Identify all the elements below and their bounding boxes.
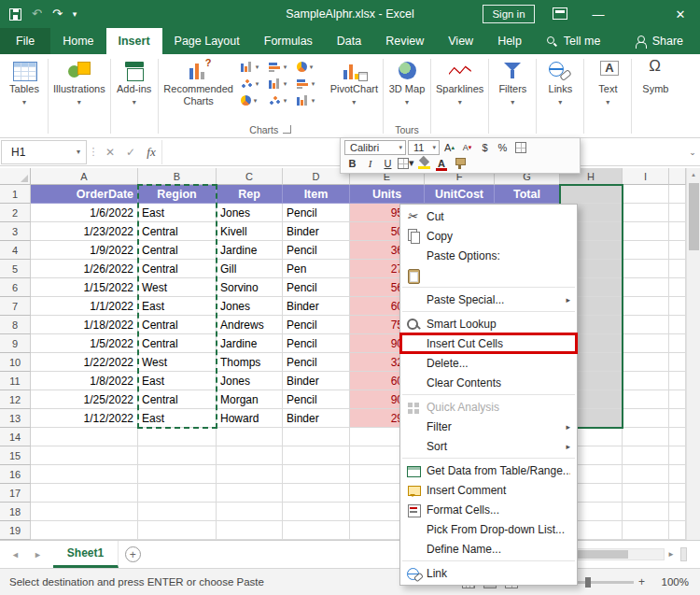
ribbon-button-tables[interactable]: Tables▾ (2, 55, 47, 108)
ribbon-button-links[interactable]: Links▾ (538, 55, 582, 108)
chart-type-button[interactable]: ▾ (269, 60, 294, 74)
cell-B6[interactable]: West (138, 278, 217, 297)
bold-button[interactable]: B (344, 156, 360, 171)
cell-A5[interactable]: 1/26/2022 (31, 260, 138, 278)
cell-I14[interactable] (623, 428, 669, 446)
horizontal-scrollbar-track[interactable] (571, 548, 665, 560)
cell-X12[interactable] (669, 390, 686, 409)
sheet-tab-sheet1[interactable]: Sheet1 (53, 541, 119, 568)
ribbon-button-text[interactable]: Text▾ (585, 55, 630, 108)
cell-B7[interactable]: East (138, 297, 217, 316)
cell-C1[interactable]: Rep (217, 185, 283, 204)
cell-D8[interactable]: Pencil (283, 316, 350, 334)
cell-D16[interactable] (283, 465, 350, 484)
next-sheet-icon[interactable]: ► (34, 550, 42, 560)
cell-D5[interactable]: Pen (283, 260, 350, 278)
row-header-14[interactable]: 14 (0, 428, 31, 446)
cell-I5[interactable] (623, 260, 669, 278)
ribbon-button-recommended-charts[interactable]: Recommended Charts (160, 55, 238, 107)
cell-D15[interactable] (283, 446, 350, 465)
cell-X17[interactable] (669, 484, 686, 503)
cell-D13[interactable]: Binder (283, 409, 350, 428)
cell-C11[interactable]: Jones (217, 372, 283, 390)
ribbon-display-options-icon[interactable] (553, 7, 567, 20)
menu-item-filter[interactable]: Filter▸ (400, 417, 577, 436)
cell-I8[interactable] (623, 316, 669, 334)
cell-B4[interactable]: Central (138, 241, 217, 260)
horizontal-scrollbar-thumb[interactable] (574, 550, 628, 559)
dialog-launcher-icon[interactable] (283, 125, 291, 134)
row-header-1[interactable]: 1 (0, 185, 31, 204)
menu-item-get-data-from-table-range[interactable]: Get Data from Table/Range... (400, 460, 577, 480)
close-button[interactable]: ✕ (661, 0, 700, 28)
row-header-12[interactable]: 12 (0, 390, 31, 409)
vertical-scrollbar-thumb[interactable] (689, 183, 699, 250)
cell-I9[interactable] (623, 334, 669, 353)
cell-D18[interactable] (283, 503, 350, 521)
new-sheet-button[interactable]: + (119, 541, 147, 568)
cell-D7[interactable]: Binder (283, 297, 350, 316)
row-header-18[interactable]: 18 (0, 503, 31, 521)
cell-A7[interactable]: 1/1/2022 (31, 297, 138, 316)
menu-item-define-name[interactable]: Define Name... (400, 539, 577, 559)
row-header-8[interactable]: 8 (0, 316, 31, 334)
cell-A16[interactable] (31, 465, 138, 484)
chart-type-button[interactable]: ▾ (241, 93, 266, 107)
cell-B10[interactable]: West (138, 353, 217, 372)
cell-F1[interactable]: UnitCost (425, 185, 495, 204)
menu-item-quick-analysis[interactable]: Quick Analysis (400, 397, 577, 417)
cell-A9[interactable]: 1/5/2022 (31, 334, 138, 353)
ribbon-button-add-ins[interactable]: Add-ins▾ (112, 55, 157, 108)
menu-item-insert-comment[interactable]: Insert Comment (400, 480, 577, 500)
cell-D2[interactable]: Pencil (283, 204, 350, 222)
cell-G1[interactable]: Total (495, 185, 560, 204)
tab-file[interactable]: File (0, 28, 50, 54)
cell-I4[interactable] (623, 241, 669, 260)
tab-splitter-handle[interactable] (680, 547, 687, 561)
cell-A14[interactable] (31, 428, 138, 446)
cell-D12[interactable]: Pencil (283, 390, 350, 409)
row-header-13[interactable]: 13 (0, 409, 31, 428)
cell-D9[interactable]: Pencil (283, 334, 350, 353)
tab-insert[interactable]: Insert (106, 28, 162, 54)
menu-item-pick-from-drop-down-list[interactable]: Pick From Drop-down List... (400, 519, 577, 539)
cell-C7[interactable]: Jones (217, 297, 283, 316)
chart-type-button[interactable]: ▾ (297, 93, 322, 107)
row-header-15[interactable]: 15 (0, 446, 31, 465)
cell-A17[interactable] (31, 484, 138, 503)
underline-button[interactable]: U (380, 156, 396, 171)
cell-C15[interactable] (217, 446, 283, 465)
expand-formula-bar-icon[interactable]: ⌄ (685, 148, 700, 157)
cell-X19[interactable] (669, 521, 686, 540)
cell-C5[interactable]: Gill (217, 260, 283, 278)
cell-D1[interactable]: Item (283, 185, 350, 204)
cell-I15[interactable] (623, 446, 669, 465)
chart-type-button[interactable]: ▾ (297, 60, 322, 74)
ribbon-button-symb[interactable]: Symb (633, 55, 678, 95)
menu-item-format-cells[interactable]: Format Cells... (400, 500, 577, 519)
menu-item-insert-cut-cells[interactable]: Insert Cut Cells (400, 333, 577, 353)
column-header-A[interactable]: A (31, 168, 138, 185)
cell-B8[interactable]: Central (138, 316, 217, 334)
menu-item-delete[interactable]: Delete... (400, 353, 577, 373)
cell-I12[interactable] (623, 390, 669, 409)
cell-D14[interactable] (283, 428, 350, 446)
name-box-arrow-icon[interactable]: ▾ (77, 148, 86, 156)
cell-X1[interactable] (669, 185, 686, 204)
row-header-16[interactable]: 16 (0, 465, 31, 484)
cell-I7[interactable] (623, 297, 669, 316)
cell-C4[interactable]: Jardine (217, 241, 283, 260)
cell-C8[interactable]: Andrews (217, 316, 283, 334)
row-header-11[interactable]: 11 (0, 372, 31, 390)
font-color-button[interactable]: A (434, 156, 450, 171)
cell-X13[interactable] (669, 409, 686, 428)
cell-A3[interactable]: 1/23/2022 (31, 222, 138, 241)
scroll-right-icon[interactable]: ► (665, 550, 678, 559)
cell-X6[interactable] (669, 278, 686, 297)
cell-C12[interactable]: Morgan (217, 390, 283, 409)
menu-item-paste-special[interactable]: Paste Special...▸ (400, 290, 577, 309)
row-header-17[interactable]: 17 (0, 484, 31, 503)
cell-X8[interactable] (669, 316, 686, 334)
cell-D4[interactable]: Pencil (283, 241, 350, 260)
scroll-up-icon[interactable]: ▴ (687, 168, 700, 181)
